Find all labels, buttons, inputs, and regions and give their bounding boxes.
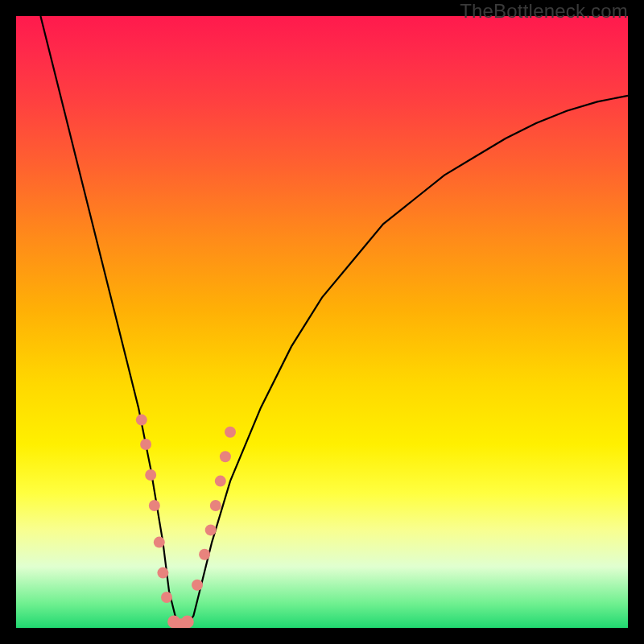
data-marker (225, 427, 236, 438)
data-marker (192, 580, 203, 591)
data-marker (157, 568, 168, 579)
data-markers (136, 415, 236, 628)
data-marker (145, 469, 156, 481)
plot-area (16, 16, 628, 628)
outer-frame: TheBottleneck.com (0, 0, 644, 644)
data-marker (220, 451, 231, 462)
data-marker (136, 415, 147, 426)
bottleneck-curve-path (40, 16, 628, 625)
data-marker (215, 476, 226, 487)
data-marker (199, 549, 210, 560)
data-marker (181, 615, 194, 628)
data-marker (154, 537, 165, 548)
data-marker (205, 524, 217, 535)
data-marker (161, 592, 172, 603)
data-marker (149, 500, 160, 511)
data-marker (140, 439, 151, 450)
data-marker (210, 500, 221, 511)
watermark-text: TheBottleneck.com (460, 0, 628, 23)
bottleneck-chart (16, 16, 628, 628)
